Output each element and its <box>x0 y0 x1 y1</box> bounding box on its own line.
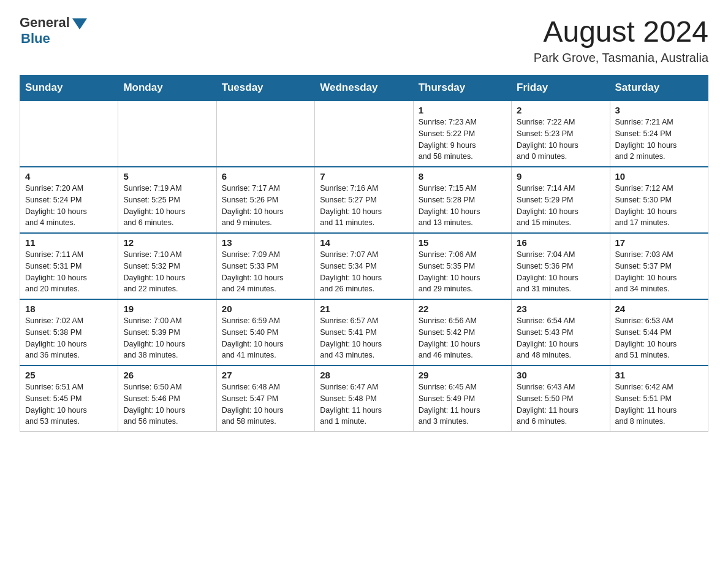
week-row-5: 25Sunrise: 6:51 AM Sunset: 5:45 PM Dayli… <box>20 366 708 432</box>
calendar-cell <box>20 101 118 167</box>
day-info: Sunrise: 7:06 AM Sunset: 5:35 PM Dayligh… <box>419 249 506 295</box>
day-info: Sunrise: 6:53 AM Sunset: 5:44 PM Dayligh… <box>615 315 703 361</box>
day-number: 13 <box>222 237 309 248</box>
calendar-cell: 31Sunrise: 6:42 AM Sunset: 5:51 PM Dayli… <box>610 366 708 432</box>
day-info: Sunrise: 6:47 AM Sunset: 5:48 PM Dayligh… <box>320 381 408 427</box>
calendar-cell: 1Sunrise: 7:23 AM Sunset: 5:22 PM Daylig… <box>413 101 511 167</box>
week-row-2: 4Sunrise: 7:20 AM Sunset: 5:24 PM Daylig… <box>20 167 708 233</box>
col-header-monday: Monday <box>118 75 216 101</box>
logo-general-text: General <box>20 15 70 31</box>
title-section: August 2024 Park Grove, Tasmania, Austra… <box>534 15 708 65</box>
day-number: 11 <box>25 237 113 248</box>
calendar-cell: 29Sunrise: 6:45 AM Sunset: 5:49 PM Dayli… <box>413 366 511 432</box>
calendar-cell: 16Sunrise: 7:04 AM Sunset: 5:36 PM Dayli… <box>512 233 610 299</box>
calendar-cell: 9Sunrise: 7:14 AM Sunset: 5:29 PM Daylig… <box>512 167 610 233</box>
day-number: 3 <box>615 105 703 115</box>
day-number: 24 <box>615 304 703 314</box>
day-number: 5 <box>123 171 211 182</box>
day-info: Sunrise: 6:56 AM Sunset: 5:42 PM Dayligh… <box>419 315 506 361</box>
calendar-cell: 10Sunrise: 7:12 AM Sunset: 5:30 PM Dayli… <box>610 167 708 233</box>
day-number: 28 <box>320 370 408 380</box>
calendar-table: SundayMondayTuesdayWednesdayThursdayFrid… <box>20 75 708 432</box>
day-number: 12 <box>123 237 211 248</box>
day-info: Sunrise: 6:59 AM Sunset: 5:40 PM Dayligh… <box>222 315 309 361</box>
day-info: Sunrise: 7:20 AM Sunset: 5:24 PM Dayligh… <box>25 183 113 229</box>
calendar-cell: 18Sunrise: 7:02 AM Sunset: 5:38 PM Dayli… <box>20 299 118 366</box>
day-number: 1 <box>419 105 506 115</box>
day-info: Sunrise: 7:21 AM Sunset: 5:24 PM Dayligh… <box>615 117 703 163</box>
col-header-saturday: Saturday <box>610 75 708 101</box>
calendar-cell: 3Sunrise: 7:21 AM Sunset: 5:24 PM Daylig… <box>610 101 708 167</box>
col-header-friday: Friday <box>512 75 610 101</box>
day-info: Sunrise: 7:12 AM Sunset: 5:30 PM Dayligh… <box>615 183 703 229</box>
day-info: Sunrise: 7:09 AM Sunset: 5:33 PM Dayligh… <box>222 249 309 295</box>
calendar-cell: 6Sunrise: 7:17 AM Sunset: 5:26 PM Daylig… <box>216 167 314 233</box>
calendar-cell: 12Sunrise: 7:10 AM Sunset: 5:32 PM Dayli… <box>118 233 216 299</box>
col-header-thursday: Thursday <box>413 75 511 101</box>
day-number: 25 <box>25 370 113 380</box>
day-number: 30 <box>517 370 604 380</box>
day-number: 6 <box>222 171 309 182</box>
calendar-cell: 13Sunrise: 7:09 AM Sunset: 5:33 PM Dayli… <box>216 233 314 299</box>
day-info: Sunrise: 7:10 AM Sunset: 5:32 PM Dayligh… <box>123 249 211 295</box>
day-number: 26 <box>123 370 211 380</box>
calendar-cell: 25Sunrise: 6:51 AM Sunset: 5:45 PM Dayli… <box>20 366 118 432</box>
col-header-tuesday: Tuesday <box>216 75 314 101</box>
day-number: 10 <box>615 171 703 182</box>
week-row-4: 18Sunrise: 7:02 AM Sunset: 5:38 PM Dayli… <box>20 299 708 366</box>
day-info: Sunrise: 7:17 AM Sunset: 5:26 PM Dayligh… <box>222 183 309 229</box>
day-info: Sunrise: 7:00 AM Sunset: 5:39 PM Dayligh… <box>123 315 211 361</box>
day-info: Sunrise: 7:04 AM Sunset: 5:36 PM Dayligh… <box>517 249 604 295</box>
calendar-cell: 17Sunrise: 7:03 AM Sunset: 5:37 PM Dayli… <box>610 233 708 299</box>
logo-arrow-icon <box>72 18 87 29</box>
calendar-cell: 21Sunrise: 6:57 AM Sunset: 5:41 PM Dayli… <box>315 299 413 366</box>
day-number: 16 <box>517 237 604 248</box>
day-number: 8 <box>419 171 506 182</box>
calendar-cell: 26Sunrise: 6:50 AM Sunset: 5:46 PM Dayli… <box>118 366 216 432</box>
day-info: Sunrise: 6:45 AM Sunset: 5:49 PM Dayligh… <box>419 381 506 427</box>
day-number: 22 <box>419 304 506 314</box>
day-info: Sunrise: 7:23 AM Sunset: 5:22 PM Dayligh… <box>419 117 506 163</box>
day-info: Sunrise: 7:15 AM Sunset: 5:28 PM Dayligh… <box>419 183 506 229</box>
day-info: Sunrise: 7:02 AM Sunset: 5:38 PM Dayligh… <box>25 315 113 361</box>
day-number: 27 <box>222 370 309 380</box>
day-info: Sunrise: 6:43 AM Sunset: 5:50 PM Dayligh… <box>517 381 604 427</box>
day-number: 21 <box>320 304 408 314</box>
day-info: Sunrise: 7:03 AM Sunset: 5:37 PM Dayligh… <box>615 249 703 295</box>
calendar-cell: 22Sunrise: 6:56 AM Sunset: 5:42 PM Dayli… <box>413 299 511 366</box>
day-number: 20 <box>222 304 309 314</box>
calendar-cell: 24Sunrise: 6:53 AM Sunset: 5:44 PM Dayli… <box>610 299 708 366</box>
calendar-cell: 15Sunrise: 7:06 AM Sunset: 5:35 PM Dayli… <box>413 233 511 299</box>
day-number: 19 <box>123 304 211 314</box>
day-number: 31 <box>615 370 703 380</box>
calendar-cell <box>315 101 413 167</box>
calendar-cell: 30Sunrise: 6:43 AM Sunset: 5:50 PM Dayli… <box>512 366 610 432</box>
calendar-cell: 14Sunrise: 7:07 AM Sunset: 5:34 PM Dayli… <box>315 233 413 299</box>
calendar-cell: 2Sunrise: 7:22 AM Sunset: 5:23 PM Daylig… <box>512 101 610 167</box>
day-info: Sunrise: 7:22 AM Sunset: 5:23 PM Dayligh… <box>517 117 604 163</box>
calendar-header-row: SundayMondayTuesdayWednesdayThursdayFrid… <box>20 75 708 101</box>
col-header-wednesday: Wednesday <box>315 75 413 101</box>
day-number: 29 <box>419 370 506 380</box>
day-info: Sunrise: 7:14 AM Sunset: 5:29 PM Dayligh… <box>517 183 604 229</box>
day-info: Sunrise: 6:57 AM Sunset: 5:41 PM Dayligh… <box>320 315 408 361</box>
location-subtitle: Park Grove, Tasmania, Australia <box>534 51 708 65</box>
calendar-cell: 7Sunrise: 7:16 AM Sunset: 5:27 PM Daylig… <box>315 167 413 233</box>
day-number: 14 <box>320 237 408 248</box>
logo: General Blue <box>20 15 87 47</box>
day-number: 7 <box>320 171 408 182</box>
day-number: 17 <box>615 237 703 248</box>
logo-blue-text: Blue <box>21 31 50 47</box>
calendar-cell <box>216 101 314 167</box>
calendar-cell: 20Sunrise: 6:59 AM Sunset: 5:40 PM Dayli… <box>216 299 314 366</box>
calendar-cell: 28Sunrise: 6:47 AM Sunset: 5:48 PM Dayli… <box>315 366 413 432</box>
day-info: Sunrise: 6:42 AM Sunset: 5:51 PM Dayligh… <box>615 381 703 427</box>
day-info: Sunrise: 7:11 AM Sunset: 5:31 PM Dayligh… <box>25 249 113 295</box>
calendar-cell: 8Sunrise: 7:15 AM Sunset: 5:28 PM Daylig… <box>413 167 511 233</box>
day-info: Sunrise: 7:16 AM Sunset: 5:27 PM Dayligh… <box>320 183 408 229</box>
week-row-3: 11Sunrise: 7:11 AM Sunset: 5:31 PM Dayli… <box>20 233 708 299</box>
day-info: Sunrise: 6:54 AM Sunset: 5:43 PM Dayligh… <box>517 315 604 361</box>
day-number: 23 <box>517 304 604 314</box>
calendar-cell: 11Sunrise: 7:11 AM Sunset: 5:31 PM Dayli… <box>20 233 118 299</box>
day-number: 9 <box>517 171 604 182</box>
